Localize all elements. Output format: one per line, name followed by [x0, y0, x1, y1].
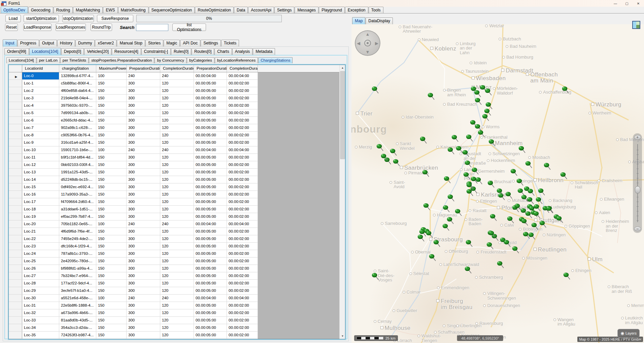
grid-cell[interactable]: 00.00:02:00 — [227, 287, 258, 294]
location-pin-icon[interactable] — [472, 167, 479, 175]
main-tab-exception[interactable]: Exception — [345, 7, 368, 13]
grid-cell[interactable]: Loc-17 — [22, 198, 59, 205]
grid-cell[interactable]: Loc-35 — [22, 332, 59, 339]
grid-cell[interactable]: 100 — [96, 220, 127, 228]
grid-cell[interactable]: 00.00:05:00 — [194, 183, 227, 191]
row-header[interactable] — [9, 287, 22, 294]
row-header[interactable] — [9, 213, 22, 220]
grid-cell[interactable]: 4f6d9f6d-7f6e-4f... — [59, 228, 96, 235]
grid-cell[interactable]: 00.00:02:00 — [227, 87, 258, 94]
grid-cell[interactable]: 240 — [160, 146, 194, 153]
grid-cell[interactable]: 00.00:05:00 — [194, 258, 227, 265]
grid-cell[interactable]: 7455e249-4de2-... — [59, 235, 96, 242]
grid-cell[interactable]: 120 — [160, 235, 194, 242]
grid-cell[interactable]: 7b324bc7-e964-... — [59, 272, 96, 279]
grid-cell[interactable]: 00.00:05:00 — [194, 302, 227, 309]
row-header[interactable] — [9, 176, 22, 183]
grid-cell[interactable]: Loc-16 — [22, 191, 59, 198]
grid-cell[interactable]: Loc-15 — [22, 183, 59, 191]
grid-cell[interactable]: 00.00:05:00 — [194, 235, 227, 242]
grid-cell[interactable]: 150 — [96, 309, 127, 316]
row-header[interactable] — [9, 102, 22, 109]
grid-cell[interactable]: 120 — [160, 154, 194, 161]
grid-cell[interactable]: 150 — [96, 332, 127, 339]
grid-cell[interactable]: 120 — [160, 243, 194, 250]
grid-cell[interactable]: 00.00:05:00 — [194, 109, 227, 116]
grid-cell[interactable]: 150 — [96, 132, 127, 139]
grid-cell[interactable]: Loc-1 — [22, 80, 59, 87]
grid-cell[interactable]: ef0ac299-7b87-4... — [59, 213, 96, 220]
location-tab-locations-104-[interactable]: Locations[104] — [6, 57, 36, 63]
pan-up-icon[interactable]: ▲ — [366, 32, 370, 37]
column-header-chargingstation[interactable]: chargingStation — [59, 65, 96, 72]
grid-cell[interactable]: 300 — [127, 272, 160, 279]
grid-cell[interactable]: 00.00:02:00 — [227, 132, 258, 139]
grid-cell[interactable]: 150 — [96, 191, 127, 198]
row-header[interactable] — [9, 317, 22, 324]
grid-cell[interactable]: 150 — [96, 228, 127, 235]
grid-cell[interactable]: Loc-30 — [22, 295, 59, 302]
row-header[interactable] — [9, 132, 22, 139]
grid-cell[interactable]: 00.00:05:00 — [194, 161, 227, 168]
grid-cell[interactable]: Loc-7 — [22, 124, 59, 131]
location-pin-icon[interactable] — [525, 161, 533, 168]
grid-cell[interactable]: 150 — [96, 80, 127, 87]
location-pin-icon[interactable] — [536, 197, 543, 204]
grid-cell[interactable]: 300 — [127, 317, 160, 324]
location-pin-icon[interactable] — [372, 86, 379, 94]
grid-cell[interactable]: 300 — [127, 213, 160, 220]
main-tab-ews[interactable]: EWS — [103, 7, 117, 13]
grid-vertical-scrollbar[interactable]: ▲ ▼ — [339, 65, 345, 339]
row-header[interactable] — [9, 309, 22, 316]
grid-cell[interactable]: 00.00:02:00 — [227, 183, 258, 191]
main-tab-routeoptimization[interactable]: RouteOptimization — [195, 7, 234, 13]
location-pin-icon[interactable] — [497, 261, 504, 268]
view-tab-stories[interactable]: Stories — [145, 40, 163, 46]
grid-cell[interactable]: 100 — [96, 295, 127, 302]
view-tab-output[interactable]: Output — [39, 40, 57, 46]
grid-cell[interactable]: 120 — [160, 183, 194, 191]
data-tab-rules-0-[interactable]: Rules[0] — [171, 48, 191, 55]
row-header[interactable] — [9, 258, 22, 265]
location-pin-icon[interactable] — [531, 222, 539, 230]
pan-left-icon[interactable]: ◀ — [357, 41, 360, 46]
zoom-slider-thumb[interactable] — [635, 186, 640, 194]
location-tab-per-latlon[interactable]: per LatLon — [37, 57, 60, 63]
grid-cell[interactable]: c5b88fac-806f-4... — [59, 80, 96, 87]
column-header-preparationduration[interactable]: PreparationDuration — [127, 65, 160, 72]
grid-cell[interactable]: 150 — [96, 250, 127, 257]
minimize-icon[interactable]: — — [610, 0, 621, 7]
grid-cell[interactable]: 120 — [160, 95, 194, 102]
grid-cell[interactable]: 150 — [96, 169, 127, 176]
grid-cell[interactable]: Loc-14 — [22, 176, 59, 183]
data-tab-vehicles-20-[interactable]: Vehicles[20] — [84, 48, 111, 55]
data-tab-routes-0-[interactable]: Routes[0] — [192, 48, 214, 55]
grid-cell[interactable]: Loc-0 — [22, 72, 59, 79]
row-header[interactable] — [9, 154, 22, 161]
grid-cell[interactable]: 120 — [160, 139, 194, 146]
location-pin-icon[interactable] — [465, 266, 472, 274]
zoom-out-icon[interactable]: − — [634, 227, 641, 231]
grid-cell[interactable]: 120 — [160, 198, 194, 205]
grid-cell[interactable]: 00.00:02:00 — [227, 280, 258, 287]
row-header[interactable] — [9, 80, 22, 87]
map-tab-datadisplay[interactable]: DataDisplay — [366, 18, 393, 24]
grid-cell[interactable]: Loc-8 — [22, 132, 59, 139]
grid-cell[interactable]: Loc-10 — [22, 146, 59, 153]
main-tab-settings[interactable]: Settings — [274, 7, 294, 13]
grid-cell[interactable]: 00.00:05:00 — [194, 80, 227, 87]
grid-cell[interactable]: 120 — [160, 102, 194, 109]
grid-cell[interactable]: 120 — [160, 132, 194, 139]
grid-cell[interactable]: 150 — [96, 124, 127, 131]
grid-cell[interactable]: Loc-26 — [22, 265, 59, 272]
view-tab-magic[interactable]: Magic — [164, 40, 180, 46]
pan-compass-control[interactable]: ▲ ▼ ◀ ▶ — [355, 30, 380, 56]
location-pin-icon[interactable] — [447, 147, 455, 155]
main-tab-routing[interactable]: Routing — [54, 7, 73, 13]
column-header-completionduration[interactable]: CompletionDuration — [160, 65, 194, 72]
grid-cell[interactable]: 120 — [160, 309, 194, 316]
location-pin-icon[interactable] — [510, 169, 518, 176]
grid-cell[interactable]: 150 — [96, 154, 127, 161]
row-header[interactable] — [9, 332, 22, 339]
view-tab-api-doc[interactable]: API Doc — [180, 40, 200, 46]
